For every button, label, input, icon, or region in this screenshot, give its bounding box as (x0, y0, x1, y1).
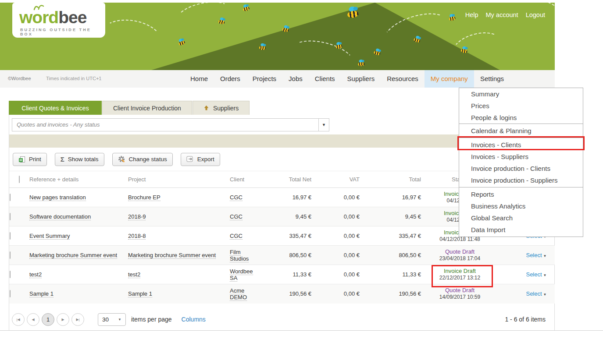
reference-link[interactable]: test2 (29, 271, 42, 278)
status-filter-combobox: Quotes and invoices - Any status ▼ (12, 118, 329, 131)
tab-client-quotes-invoices[interactable]: Client Quotes & Invoices (9, 101, 102, 115)
prev-page-icon: ◀ (32, 318, 34, 322)
tab-suppliers[interactable]: Suppliers (193, 101, 250, 115)
total-net-value: 335,47 € (266, 226, 314, 246)
last-page-button[interactable]: ▶| (71, 313, 84, 326)
menu-item-invoice-production-clients[interactable]: Invoice production - Clients (459, 163, 583, 174)
reference-link[interactable]: Event Summary (29, 233, 70, 240)
menu-item-business-analytics[interactable]: Business Analytics (459, 200, 583, 212)
row-checkbox[interactable] (10, 213, 11, 220)
status-date: 14/09/2017 10:59 (424, 294, 496, 300)
menu-item-data-import[interactable]: Data Import (459, 224, 583, 236)
nav-item-settings[interactable]: Settings (474, 70, 510, 88)
client-link[interactable]: CGC (230, 233, 243, 240)
sigma-icon: Σ (61, 155, 64, 163)
reference-link[interactable]: New pages translation (29, 194, 86, 201)
project-link[interactable]: Sample 1 (128, 290, 152, 297)
menu-item-prices[interactable]: Prices (459, 100, 583, 112)
my-account-link[interactable]: My account (485, 11, 518, 18)
nav-item-home[interactable]: Home (184, 70, 214, 88)
prev-page-button[interactable]: ◀ (27, 313, 39, 326)
row-checkbox[interactable] (10, 290, 11, 297)
change-status-button[interactable]: Change status (112, 153, 173, 166)
vat-value: 0,00 € (314, 284, 362, 304)
menu-group: Reports Business Analytics Global Search… (459, 187, 583, 237)
nav-item-orders[interactable]: Orders (214, 70, 246, 88)
client-link[interactable]: Acme DEMO (230, 287, 247, 301)
status-label: Quote Draft (424, 248, 496, 255)
wordbee-app: wordbee BUZZING OUTSIDE THE BOX Help My … (0, 0, 603, 364)
first-page-button[interactable]: |◀ (12, 313, 25, 326)
col-header-total[interactable]: Total (362, 171, 424, 188)
row-checkbox[interactable] (10, 232, 11, 240)
client-link[interactable]: Film Studios (230, 249, 249, 262)
client-link[interactable]: CGC (230, 213, 243, 220)
bee-icon (460, 46, 469, 53)
project-link[interactable]: test2 (128, 271, 140, 278)
total-value: 806,50 € (362, 246, 424, 265)
help-link[interactable]: Help (465, 11, 478, 18)
chevron-down-icon: ▼ (543, 273, 547, 277)
row-checkbox[interactable] (10, 194, 11, 201)
col-header-total-net[interactable]: Total Net (266, 171, 314, 188)
logout-link[interactable]: Logout (526, 11, 545, 18)
nav-item-resources[interactable]: Resources (381, 70, 425, 88)
row-checkbox[interactable] (10, 251, 11, 259)
status-label: Quote Draft (424, 287, 496, 294)
status-filter-dropdown-button[interactable]: ▼ (319, 118, 329, 131)
change-status-button-label: Change status (129, 156, 167, 163)
menu-item-people-logins[interactable]: People & logins (459, 112, 583, 124)
show-totals-button[interactable]: Σ Show totals (55, 153, 104, 166)
menu-item-summary[interactable]: Summary (459, 88, 583, 100)
vat-value: 0,00 € (314, 188, 362, 207)
col-header-project[interactable]: Project (128, 171, 226, 188)
row-checkbox[interactable] (10, 271, 11, 278)
nav-item-clients[interactable]: Clients (309, 70, 341, 88)
up-arrow-icon (203, 105, 209, 111)
project-link[interactable]: 2018-9 (128, 213, 146, 220)
nav-item-suppliers[interactable]: Suppliers (341, 70, 381, 88)
reference-link[interactable]: Software documentation (29, 213, 91, 220)
select-action-link[interactable]: Select (526, 271, 542, 278)
col-header-client[interactable]: Client (226, 171, 266, 188)
reference-link[interactable]: Marketing brochure Summer event (29, 252, 117, 259)
project-link[interactable]: Marketing brochure Summer event (128, 252, 216, 259)
bee-icon (346, 6, 360, 19)
reference-link[interactable]: Sample 1 (29, 290, 54, 297)
client-link[interactable]: Wordbee SA (230, 268, 253, 282)
status-filter-value[interactable]: Quotes and invoices - Any status (12, 118, 319, 131)
page-number-button[interactable]: 1 (42, 313, 54, 326)
nav-item-projects[interactable]: Projects (246, 70, 282, 88)
project-link[interactable]: 2018-8 (128, 233, 146, 240)
export-button[interactable]: Export (181, 153, 220, 166)
items-per-page-label: items per page (131, 316, 172, 323)
bee-icon (448, 13, 457, 21)
menu-group: Summary Prices People & logins (459, 88, 583, 124)
col-header-vat[interactable]: VAT (314, 171, 362, 188)
menu-item-invoices-suppliers[interactable]: Invoices - Suppliers (459, 151, 583, 163)
bee-icon (335, 42, 343, 49)
client-link[interactable]: CGC (230, 194, 243, 201)
nav-menu: Home Orders Projects Jobs Clients Suppli… (184, 70, 510, 88)
select-all-checkbox[interactable] (19, 176, 20, 183)
menu-item-invoice-production-suppliers[interactable]: Invoice production - Suppliers (459, 174, 583, 186)
select-action-link[interactable]: Select (526, 290, 542, 297)
columns-link[interactable]: Columns (182, 316, 206, 323)
tab-client-invoice-production[interactable]: Client Invoice Production (102, 101, 192, 115)
project-link[interactable]: Brochure EP (128, 194, 161, 201)
select-action-link[interactable]: Select (526, 252, 542, 258)
menu-item-reports[interactable]: Reports (459, 188, 583, 200)
nav-item-jobs[interactable]: Jobs (282, 70, 309, 88)
chevron-down-icon: ▼ (543, 254, 547, 258)
nav-item-my-company[interactable]: My company (425, 70, 474, 88)
print-button[interactable]: Print (13, 153, 47, 166)
menu-item-global-search[interactable]: Global Search (459, 212, 583, 224)
col-header-reference[interactable]: Reference + details (29, 171, 128, 188)
page-size-value: 30 (102, 316, 109, 323)
next-page-button[interactable]: ▶ (57, 313, 69, 326)
menu-item-calendar-planning[interactable]: Calendar & Planning (459, 125, 583, 137)
page-size-select[interactable]: 30 ▼ (98, 313, 126, 326)
account-links: Help My account Logout (465, 11, 545, 18)
my-company-dropdown-menu: Summary Prices People & logins Calendar … (459, 88, 583, 237)
total-net-value: 190,56 € (266, 284, 314, 304)
